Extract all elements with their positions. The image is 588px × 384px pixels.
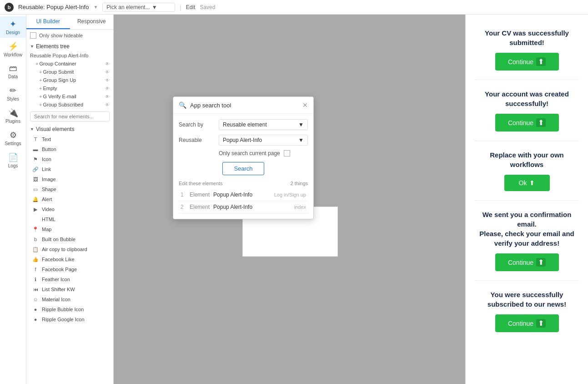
- element-item-label: Facebook Page: [42, 267, 77, 272]
- result-1-num: 1: [181, 192, 186, 198]
- continue-button-account[interactable]: Continue ⬆: [495, 114, 559, 131]
- search-button[interactable]: Search: [222, 162, 264, 175]
- eye-icon[interactable]: 👁: [105, 94, 110, 99]
- result-row-1[interactable]: 1 Element Popup Alert-Info Log in/Sign u…: [179, 189, 308, 201]
- element-item-button[interactable]: ▬Button: [26, 144, 113, 154]
- tree-item-label: G Verify E-mail: [43, 94, 76, 99]
- divider: |: [180, 4, 181, 10]
- eye-icon[interactable]: 👁: [105, 78, 110, 83]
- visual-elements-label: Visual elements: [36, 126, 75, 132]
- tree-item-group-container[interactable]: + Group Container 👁: [26, 60, 113, 68]
- element-items-list: TText▬Button⚑Icon🔗Link🖼Image▭Shape🔔Alert…: [26, 134, 113, 324]
- result-1-name: Popup Alert-Info: [213, 192, 274, 198]
- continue-button-submit[interactable]: Continue ⬆: [495, 53, 559, 71]
- result-2-type: Element: [190, 204, 210, 210]
- element-item-list-shifter[interactable]: ⏮List Shifter KW: [26, 284, 113, 294]
- element-item-air-copy[interactable]: 📋Air copy to clipboard: [26, 244, 113, 254]
- canvas-area[interactable]: 🔍 App search tool ✕ Search by Reusable e…: [114, 15, 465, 384]
- element-item-built-on-bubble[interactable]: bBuilt on Bubble: [26, 234, 113, 244]
- tab-ui-builder[interactable]: UI Builder: [26, 15, 70, 29]
- results-header: Edit these elements 2 things: [179, 181, 308, 186]
- tree-item-label: Group Submit: [43, 69, 74, 75]
- things-count: 2 things: [290, 181, 308, 186]
- element-item-feather-icon[interactable]: ℹFeather Icon: [26, 274, 113, 284]
- show-hideable-checkbox[interactable]: [30, 32, 36, 39]
- element-picker[interactable]: Pick an element... ▼: [102, 3, 175, 12]
- workflows-text: Replace with your own workflows: [475, 150, 579, 169]
- settings-icon: ⚙: [10, 130, 17, 140]
- tree-item-group-subscribed[interactable]: + Group Subscribed 👁: [26, 101, 113, 109]
- result-row-2[interactable]: 2 Element Popup Alert-Info index: [179, 201, 308, 213]
- sidebar-item-design[interactable]: ✦ Design: [0, 16, 26, 38]
- ripple-bubble-icon: ●: [32, 306, 39, 313]
- element-item-icon[interactable]: ⚑Icon: [26, 154, 113, 164]
- facebook-page-icon: f: [32, 266, 39, 273]
- sidebar-item-plugins[interactable]: 🔌 Plugins: [0, 105, 26, 126]
- text-icon: T: [32, 136, 39, 143]
- tree-item-group-sign-up[interactable]: + Group Sign Up 👁: [26, 76, 113, 84]
- search-elements-input[interactable]: [30, 111, 110, 121]
- workflow-label: Workflow: [4, 52, 22, 57]
- tree-item-plus: +: [39, 69, 42, 75]
- element-item-ripple-google[interactable]: ●Ripple Google Icon: [26, 314, 113, 324]
- element-item-label: List Shifter KW: [42, 287, 75, 292]
- result-rows-container: 1 Element Popup Alert-Info Log in/Sign u…: [179, 189, 308, 213]
- modal-close-button[interactable]: ✕: [302, 101, 308, 109]
- reusable-row: Reusable Popup Alert-Info ▼: [179, 135, 308, 146]
- element-item-ripple-bubble[interactable]: ●Ripple Bubble Icon: [26, 304, 113, 314]
- sidebar-item-settings[interactable]: ⚙ Settings: [0, 127, 26, 149]
- element-item-map[interactable]: 📍Map: [26, 224, 113, 234]
- continue-label-submit: Continue: [508, 58, 533, 66]
- eye-icon[interactable]: 👁: [105, 102, 110, 107]
- picker-arrow: ▼: [152, 4, 157, 10]
- sidebar-item-data[interactable]: 🗃 Data: [0, 61, 26, 82]
- tree-item-group-submit[interactable]: + Group Submit 👁: [26, 68, 113, 76]
- styles-label: Styles: [7, 96, 19, 101]
- tree-item-g-verify[interactable]: + G Verify E-mail 👁: [26, 92, 113, 101]
- modal-title: App search tool: [190, 102, 231, 109]
- design-label: Design: [6, 30, 20, 35]
- tree-collapse-arrow[interactable]: ▼: [30, 44, 34, 49]
- element-item-text[interactable]: TText: [26, 134, 113, 144]
- eye-icon[interactable]: 👁: [105, 70, 110, 75]
- result-2-num: 2: [181, 204, 186, 210]
- ok-button[interactable]: Ok ⬆: [504, 175, 550, 191]
- continue-button-email[interactable]: Continue ⬆: [495, 253, 559, 271]
- sidebar-item-workflow[interactable]: ⚡ Workflow: [0, 39, 26, 60]
- tab-responsive[interactable]: Responsive: [70, 15, 114, 29]
- sidebar-item-styles[interactable]: ✏ Styles: [0, 83, 26, 104]
- element-item-material-icon[interactable]: ☺Material Icon: [26, 294, 113, 304]
- tree-item-label: Empty: [43, 86, 57, 91]
- element-item-shape[interactable]: ▭Shape: [26, 184, 113, 194]
- continue-button-subscribed[interactable]: Continue ⬆: [495, 314, 559, 332]
- sidebar-item-logs[interactable]: 📄 Logs: [0, 150, 26, 171]
- panel-tabs: UI Builder Responsive: [26, 15, 113, 30]
- section-account: Your account was created successfully! C…: [475, 89, 579, 131]
- element-item-video[interactable]: ▶Video: [26, 204, 113, 214]
- logs-icon: 📄: [8, 152, 18, 162]
- alert-icon: 🔔: [32, 196, 39, 203]
- search-by-label: Search by: [179, 121, 215, 128]
- element-item-alert[interactable]: 🔔Alert: [26, 194, 113, 204]
- current-page-checkbox[interactable]: [284, 150, 290, 157]
- element-item-link[interactable]: 🔗Link: [26, 164, 113, 174]
- eye-icon[interactable]: 👁: [105, 61, 110, 66]
- result-2-page: index: [294, 204, 306, 210]
- tree-root[interactable]: Reusable Popup Alert-Info: [26, 51, 113, 60]
- continue-label-account: Continue: [508, 119, 533, 126]
- tree-item-plus: +: [39, 86, 42, 91]
- ok-label: Ok: [519, 179, 527, 187]
- element-item-facebook-page[interactable]: fFacebook Page: [26, 264, 113, 274]
- search-by-select[interactable]: Reusable element ▼: [219, 119, 308, 130]
- tree-item-empty[interactable]: + Empty 👁: [26, 84, 113, 92]
- element-item-image[interactable]: 🖼Image: [26, 174, 113, 184]
- element-item-facebook-like[interactable]: 👍Facebook Like: [26, 254, 113, 264]
- show-hideable-label[interactable]: Only show hideable: [30, 32, 110, 39]
- image-icon: 🖼: [32, 176, 39, 183]
- reusable-select[interactable]: Popup Alert-Info ▼: [219, 135, 308, 146]
- element-item-html[interactable]: HTML: [26, 214, 113, 224]
- edit-label[interactable]: Edit: [186, 4, 196, 10]
- search-by-arrow: ▼: [298, 121, 304, 128]
- visual-elements-arrow[interactable]: ▼: [30, 127, 34, 131]
- eye-icon[interactable]: 👁: [105, 86, 110, 91]
